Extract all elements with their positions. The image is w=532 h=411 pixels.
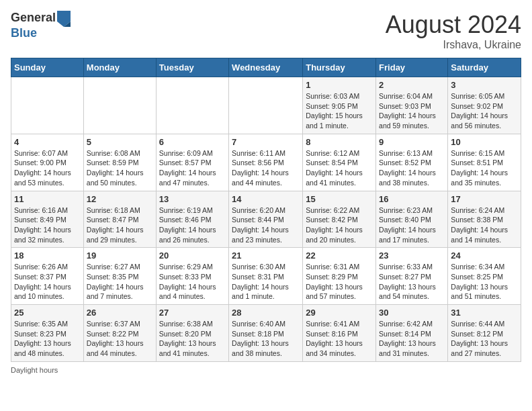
calendar-cell: 5Sunrise: 6:08 AM Sunset: 8:59 PM Daylig… [83, 134, 156, 191]
calendar-header-row: SundayMondayTuesdayWednesdayThursdayFrid… [11, 58, 521, 77]
day-number: 2 [379, 80, 445, 90]
calendar-cell: 11Sunrise: 6:16 AM Sunset: 8:49 PM Dayli… [11, 191, 84, 248]
calendar-week-row: 25Sunrise: 6:35 AM Sunset: 8:23 PM Dayli… [11, 305, 521, 362]
day-info: Sunrise: 6:13 AM Sunset: 8:52 PM Dayligh… [379, 148, 445, 188]
calendar-cell: 25Sunrise: 6:35 AM Sunset: 8:23 PM Dayli… [11, 305, 84, 362]
calendar-cell: 26Sunrise: 6:37 AM Sunset: 8:22 PM Dayli… [83, 305, 156, 362]
day-info: Sunrise: 6:30 AM Sunset: 8:31 PM Dayligh… [232, 262, 300, 302]
calendar-day-header: Friday [376, 58, 448, 77]
calendar-cell: 6Sunrise: 6:09 AM Sunset: 8:57 PM Daylig… [156, 134, 228, 191]
calendar-cell: 31Sunrise: 6:44 AM Sunset: 8:12 PM Dayli… [448, 305, 521, 362]
day-number: 9 [379, 137, 445, 147]
day-info: Sunrise: 6:05 AM Sunset: 9:02 PM Dayligh… [451, 91, 518, 131]
day-info: Sunrise: 6:41 AM Sunset: 8:16 PM Dayligh… [306, 319, 373, 359]
calendar-day-header: Saturday [448, 58, 521, 77]
day-info: Sunrise: 6:23 AM Sunset: 8:40 PM Dayligh… [379, 205, 445, 245]
day-number: 16 [379, 194, 445, 204]
calendar-cell: 20Sunrise: 6:29 AM Sunset: 8:33 PM Dayli… [156, 248, 228, 305]
calendar-cell: 30Sunrise: 6:42 AM Sunset: 8:14 PM Dayli… [376, 305, 448, 362]
calendar-day-header: Thursday [303, 58, 376, 77]
calendar-cell: 4Sunrise: 6:07 AM Sunset: 9:00 PM Daylig… [11, 134, 84, 191]
day-info: Sunrise: 6:26 AM Sunset: 8:37 PM Dayligh… [14, 262, 81, 302]
calendar-week-row: 18Sunrise: 6:26 AM Sunset: 8:37 PM Dayli… [11, 248, 521, 305]
day-number: 11 [14, 194, 81, 204]
calendar-day-header: Tuesday [156, 58, 228, 77]
calendar-cell: 19Sunrise: 6:27 AM Sunset: 8:35 PM Dayli… [83, 248, 156, 305]
day-number: 15 [306, 194, 373, 204]
day-number: 5 [87, 137, 153, 147]
day-info: Sunrise: 6:12 AM Sunset: 8:54 PM Dayligh… [306, 148, 373, 188]
calendar-cell: 1Sunrise: 6:03 AM Sunset: 9:05 PM Daylig… [303, 77, 376, 134]
day-info: Sunrise: 6:42 AM Sunset: 8:14 PM Dayligh… [379, 319, 445, 359]
day-info: Sunrise: 6:38 AM Sunset: 8:20 PM Dayligh… [159, 319, 226, 359]
day-info: Sunrise: 6:37 AM Sunset: 8:22 PM Dayligh… [87, 319, 153, 359]
calendar-cell: 27Sunrise: 6:38 AM Sunset: 8:20 PM Dayli… [156, 305, 228, 362]
footer-note: Daylight hours [11, 366, 521, 374]
day-info: Sunrise: 6:15 AM Sunset: 8:51 PM Dayligh… [451, 148, 518, 188]
day-number: 31 [451, 308, 518, 318]
day-number: 28 [232, 308, 300, 318]
day-info: Sunrise: 6:44 AM Sunset: 8:12 PM Dayligh… [451, 319, 518, 359]
calendar-cell: 7Sunrise: 6:11 AM Sunset: 8:56 PM Daylig… [229, 134, 303, 191]
page-header: General Blue August 2024 Irshava, Ukrain… [11, 11, 521, 51]
day-info: Sunrise: 6:31 AM Sunset: 8:29 PM Dayligh… [306, 262, 373, 302]
day-number: 6 [159, 137, 226, 147]
day-number: 17 [451, 194, 518, 204]
day-info: Sunrise: 6:40 AM Sunset: 8:18 PM Dayligh… [232, 319, 300, 359]
calendar-day-header: Sunday [11, 58, 84, 77]
calendar-week-row: 11Sunrise: 6:16 AM Sunset: 8:49 PM Dayli… [11, 191, 521, 248]
day-info: Sunrise: 6:04 AM Sunset: 9:03 PM Dayligh… [379, 91, 445, 131]
day-number: 7 [232, 137, 300, 147]
calendar-cell: 12Sunrise: 6:18 AM Sunset: 8:47 PM Dayli… [83, 191, 156, 248]
calendar-cell: 9Sunrise: 6:13 AM Sunset: 8:52 PM Daylig… [376, 134, 448, 191]
location: Irshava, Ukraine [386, 39, 521, 51]
day-number: 3 [451, 80, 518, 90]
day-number: 4 [14, 137, 81, 147]
calendar-day-header: Monday [83, 58, 156, 77]
calendar-week-row: 4Sunrise: 6:07 AM Sunset: 9:00 PM Daylig… [11, 134, 521, 191]
day-number: 30 [379, 308, 445, 318]
day-number: 14 [232, 194, 300, 204]
day-info: Sunrise: 6:08 AM Sunset: 8:59 PM Dayligh… [87, 148, 153, 188]
calendar-cell: 15Sunrise: 6:22 AM Sunset: 8:42 PM Dayli… [303, 191, 376, 248]
calendar-cell [11, 77, 84, 134]
month-title: August 2024 [386, 11, 521, 39]
calendar-cell: 22Sunrise: 6:31 AM Sunset: 8:29 PM Dayli… [303, 248, 376, 305]
day-number: 13 [159, 194, 226, 204]
day-number: 26 [87, 308, 153, 318]
day-info: Sunrise: 6:07 AM Sunset: 9:00 PM Dayligh… [14, 148, 81, 188]
day-info: Sunrise: 6:24 AM Sunset: 8:38 PM Dayligh… [451, 205, 518, 245]
day-number: 19 [87, 250, 153, 261]
calendar-cell: 28Sunrise: 6:40 AM Sunset: 8:18 PM Dayli… [229, 305, 303, 362]
calendar-cell: 2Sunrise: 6:04 AM Sunset: 9:03 PM Daylig… [376, 77, 448, 134]
day-info: Sunrise: 6:20 AM Sunset: 8:44 PM Dayligh… [232, 205, 300, 245]
logo-text: General Blue [11, 11, 71, 40]
calendar-cell: 21Sunrise: 6:30 AM Sunset: 8:31 PM Dayli… [229, 248, 303, 305]
day-number: 29 [306, 308, 373, 318]
calendar-cell: 29Sunrise: 6:41 AM Sunset: 8:16 PM Dayli… [303, 305, 376, 362]
calendar-cell: 23Sunrise: 6:33 AM Sunset: 8:27 PM Dayli… [376, 248, 448, 305]
day-info: Sunrise: 6:03 AM Sunset: 9:05 PM Dayligh… [306, 91, 373, 131]
day-info: Sunrise: 6:22 AM Sunset: 8:42 PM Dayligh… [306, 205, 373, 245]
day-number: 22 [306, 250, 373, 261]
day-number: 10 [451, 137, 518, 147]
day-number: 18 [14, 250, 81, 261]
day-number: 1 [306, 80, 373, 90]
day-number: 24 [451, 250, 518, 261]
calendar-cell: 18Sunrise: 6:26 AM Sunset: 8:37 PM Dayli… [11, 248, 84, 305]
day-number: 27 [159, 308, 226, 318]
day-info: Sunrise: 6:35 AM Sunset: 8:23 PM Dayligh… [14, 319, 81, 359]
logo-general: General [11, 11, 71, 27]
calendar-cell: 17Sunrise: 6:24 AM Sunset: 8:38 PM Dayli… [448, 191, 521, 248]
calendar-cell: 16Sunrise: 6:23 AM Sunset: 8:40 PM Dayli… [376, 191, 448, 248]
calendar-cell: 10Sunrise: 6:15 AM Sunset: 8:51 PM Dayli… [448, 134, 521, 191]
logo: General Blue [11, 11, 71, 40]
day-info: Sunrise: 6:33 AM Sunset: 8:27 PM Dayligh… [379, 262, 445, 302]
calendar: SundayMondayTuesdayWednesdayThursdayFrid… [11, 58, 521, 362]
day-info: Sunrise: 6:16 AM Sunset: 8:49 PM Dayligh… [14, 205, 81, 245]
calendar-cell: 8Sunrise: 6:12 AM Sunset: 8:54 PM Daylig… [303, 134, 376, 191]
calendar-cell: 24Sunrise: 6:34 AM Sunset: 8:25 PM Dayli… [448, 248, 521, 305]
day-info: Sunrise: 6:11 AM Sunset: 8:56 PM Dayligh… [232, 148, 300, 188]
day-number: 21 [232, 250, 300, 261]
day-info: Sunrise: 6:18 AM Sunset: 8:47 PM Dayligh… [87, 205, 153, 245]
